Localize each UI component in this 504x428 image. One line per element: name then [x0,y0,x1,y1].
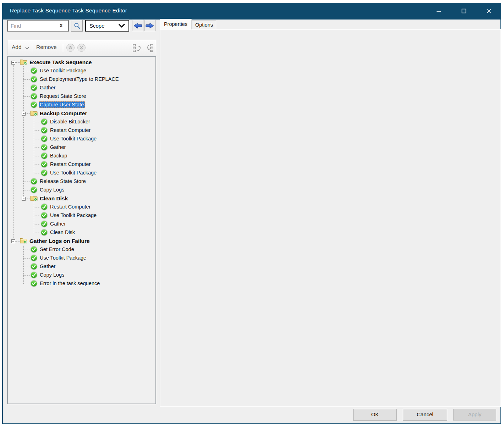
tree-item[interactable]: Set Error Code [8,245,155,254]
tree-item[interactable]: Copy Logs [8,186,155,194]
find-clear-button[interactable]: x [60,22,62,28]
expander-minus-icon[interactable] [11,61,15,65]
tree-item[interactable]: Backup [8,152,155,160]
tree-toolbar: Add Remove [7,40,156,55]
tree-connector [26,113,30,114]
check-circle-icon [30,246,38,255]
tree-connector [34,207,40,207]
tab-options[interactable]: Options [192,20,216,29]
tree-connector [34,224,40,224]
tree-connector [23,267,30,267]
tree-item[interactable]: Gather [8,262,155,271]
tree-item[interactable]: Disable BitLocker [8,118,155,126]
move-up-button [66,44,75,52]
tree-group[interactable]: Backup Computer [8,109,155,118]
tree-item-label: Use Toolkit Package [49,212,98,218]
tree-item[interactable]: Use Toolkit Package [8,67,155,75]
scope-select[interactable]: Scope [85,20,129,32]
tree-item-label: Disable BitLocker [49,118,91,125]
tree-item[interactable]: Clean Disk [8,228,155,237]
tree-item[interactable]: Use Toolkit Package [8,211,155,220]
expand-all-button[interactable] [145,43,154,52]
tree-item[interactable]: Release State Store [8,177,155,186]
maximize-button[interactable] [456,3,472,19]
close-button[interactable] [481,3,497,19]
check-circle-icon [40,127,48,135]
minimize-button[interactable] [431,3,447,19]
window-title: Replace Task Sequence Task Sequence Edit… [10,7,127,14]
screen: Replace Task Sequence Task Sequence Edit… [0,0,504,428]
tree-item-label: Use Toolkit Package [39,67,87,74]
tree-connector [23,190,30,190]
tree-item-label: Copy Logs [39,272,65,278]
cancel-button[interactable]: Cancel [403,409,447,421]
expander-minus-icon[interactable] [11,239,15,243]
find-placeholder: Find [11,23,21,29]
add-button[interactable]: Add [12,44,22,50]
tree-item[interactable]: Gather [8,143,155,152]
tree-item-label: Use Toolkit Package [49,169,98,176]
check-circle-icon [40,152,48,161]
check-circle-icon [30,280,38,289]
back-arrow-icon [133,23,142,29]
check-circle-icon [30,186,38,195]
tree-item-label: Error in the task sequence [39,280,101,287]
tree-item-label: Set Error Code [39,246,75,252]
tree-item[interactable]: Error in the task sequence [8,279,155,288]
tree-connector [23,182,30,182]
check-circle-icon [40,229,48,238]
tree-item[interactable]: Restart Computer [8,160,155,169]
tree-item-label: Restart Computer [49,204,92,210]
check-circle-icon [40,220,48,229]
tree-item-label: Backup [49,152,68,159]
properties-tab-page [160,29,501,407]
tree-connector [23,275,30,276]
tree-group[interactable]: Gather Logs on Failure [8,237,155,245]
tree-connector [34,173,40,173]
collapse-all-button[interactable] [132,43,142,52]
tree-item-label: Copy Logs [39,187,65,193]
tree-item[interactable]: Use Toolkit Package [8,254,155,262]
nav-forward-button[interactable] [144,20,155,31]
expander-minus-icon[interactable] [22,112,26,116]
check-circle-icon [40,161,48,169]
tree-item[interactable]: Copy Logs [8,271,155,279]
find-input[interactable]: Find x [7,20,69,32]
close-icon [486,9,492,14]
folder-icon [20,237,27,245]
nav-back-button[interactable] [132,20,143,31]
tab-properties[interactable]: Properties [160,19,192,29]
tree-item[interactable]: Gather [8,84,155,92]
tree-item[interactable]: Set DeploymentType to REPLACE [8,75,155,84]
tree-item[interactable]: Restart Computer [8,203,155,211]
toolbar-separator [63,44,63,52]
tree-item[interactable]: Restart Computer [8,126,155,135]
tree-connector [34,148,40,148]
tree-connector [34,233,40,233]
tree-group[interactable]: Clean Disk [8,194,155,203]
check-circle-icon [30,76,38,84]
folder-icon [30,195,38,202]
tree-item[interactable]: Use Toolkit Package [8,135,155,143]
remove-button[interactable]: Remove [36,44,57,50]
tree-group[interactable]: Execute Task Sequence [8,58,155,67]
check-circle-icon [30,101,38,110]
tree-item-label: Use Toolkit Package [39,255,87,261]
move-down-button [77,44,86,52]
tree-item-label: Capture User State [39,101,85,108]
expander-minus-icon[interactable] [22,197,26,201]
tree-connector [23,96,30,97]
tree-item[interactable]: Request State Store [8,92,155,101]
tree-item[interactable]: Use Toolkit Package [8,169,155,177]
tree-connector [23,258,30,259]
tree-item[interactable]: Capture User State [8,101,155,109]
ok-button[interactable]: OK [353,409,397,421]
tree-item[interactable]: Gather [8,220,155,228]
maximize-icon [461,9,466,13]
search-button[interactable] [71,20,83,32]
tree-connector [34,216,40,216]
forward-arrow-icon [146,23,154,29]
tree-item-label: Execute Task Sequence [28,59,93,66]
check-circle-icon [30,271,38,280]
chevron-double-up-icon [68,45,73,50]
